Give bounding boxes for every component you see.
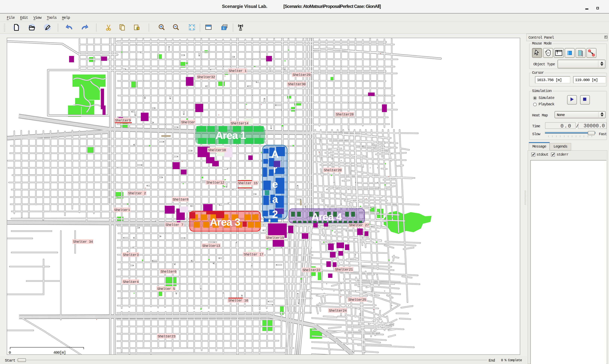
svg-text:Shelter28: Shelter28 [336,112,354,117]
svg-text:400[m]: 400[m] [53,351,66,355]
svg-text:a: a [272,193,278,205]
svg-text:Shelter4: Shelter4 [123,280,139,284]
svg-text:Shelter3: Shelter3 [123,253,139,257]
svg-text:Area 4: Area 4 [311,211,342,223]
svg-text:Shelter25: Shelter25 [348,298,366,302]
svg-text:Shelter 1: Shelter 1 [229,69,247,73]
svg-text:Shelter19: Shelter19 [266,236,284,240]
svg-text:Shelter9: Shelter9 [115,118,131,123]
svg-text:0: 0 [9,351,11,355]
svg-text:Shelter14: Shelter14 [231,121,249,126]
svg-text:Shelter: Shelter [181,120,195,124]
svg-text:Shelter 16: Shelter 16 [228,299,248,303]
svg-text:Shelter 2: Shelter 2 [128,191,146,195]
svg-text:Area 1: Area 1 [215,129,246,141]
svg-text:Shelter23: Shelter23 [158,334,175,338]
svg-text:Shelter13: Shelter13 [202,244,220,248]
svg-text:Shelter 34: Shelter 34 [73,240,93,244]
svg-text:Shelter22: Shelter22 [303,268,320,272]
svg-text:2: 2 [272,208,278,220]
svg-text:Shelter20: Shelter20 [324,168,342,172]
svg-text:Shelter 5: Shelter 5 [157,287,175,291]
svg-text:Shelter1: Shelter1 [114,208,130,212]
svg-text:A: A [271,148,279,160]
svg-text:Shelter6: Shelter6 [160,270,176,274]
svg-text:Shelter8: Shelter8 [172,197,188,202]
svg-text:r: r [273,163,277,175]
svg-text:Shelter10: Shelter10 [208,148,226,152]
svg-text:Shelter 7: Shelter 7 [165,223,183,227]
svg-text:e: e [272,178,278,190]
svg-text:Shelter30: Shelter30 [288,82,305,86]
svg-text:Shelter24: Shelter24 [329,309,347,313]
svg-text:Shelter 27: Shelter 27 [349,223,369,227]
svg-text:Shelter 15: Shelter 15 [238,181,258,185]
svg-text:Shelter32: Shelter32 [197,75,215,79]
svg-text:Shelter12: Shelter12 [206,181,224,185]
svg-text:Shelter21: Shelter21 [335,268,353,272]
svg-text:Shelter29: Shelter29 [292,73,310,77]
svg-text:Area 3: Area 3 [210,216,240,228]
svg-text:Shelter 17: Shelter 17 [244,252,263,257]
